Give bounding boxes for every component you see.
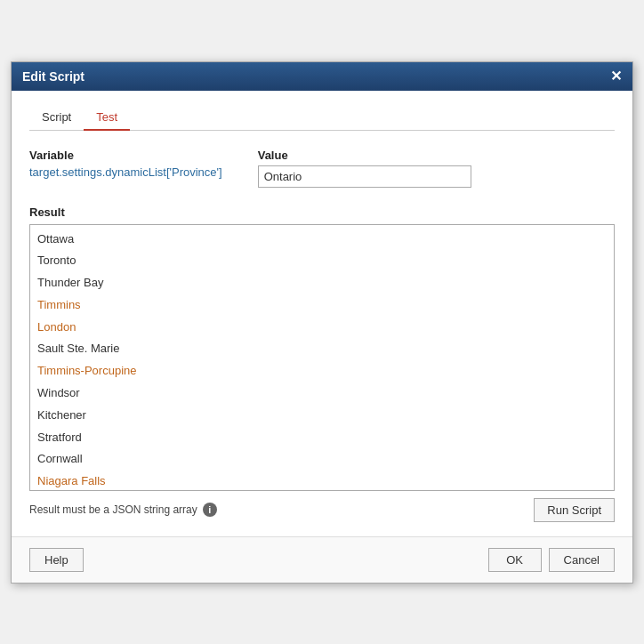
dialog-body: Script Test Variable target.settings.dyn… bbox=[12, 91, 632, 536]
list-item: London bbox=[30, 317, 614, 339]
value-input[interactable] bbox=[258, 165, 471, 188]
dialog-titlebar: Edit Script ✕ bbox=[12, 62, 632, 91]
list-item: Toronto bbox=[30, 250, 614, 272]
tabs: Script Test bbox=[29, 105, 615, 131]
list-item: Kitchener bbox=[30, 405, 614, 427]
list-item: Ottawa bbox=[30, 229, 614, 251]
run-script-button[interactable]: Run Script bbox=[534, 498, 615, 522]
help-button[interactable]: Help bbox=[29, 548, 84, 572]
dialog-footer: Help OK Cancel bbox=[12, 536, 632, 583]
info-icon[interactable]: i bbox=[203, 503, 217, 517]
variable-label: Variable bbox=[29, 149, 222, 162]
result-footer: Result must be a JSON string array i Run… bbox=[29, 498, 615, 522]
list-item: Stratford bbox=[30, 427, 614, 449]
dialog-title: Edit Script bbox=[22, 69, 85, 84]
list-item: Cornwall bbox=[30, 448, 614, 471]
ok-button[interactable]: OK bbox=[488, 548, 542, 572]
list-item: Windsor bbox=[30, 382, 614, 405]
close-button[interactable]: ✕ bbox=[610, 69, 622, 84]
value-section: Value bbox=[258, 149, 615, 188]
result-section: Result OttawaTorontoThunder BayTimminsLo… bbox=[29, 205, 615, 522]
edit-script-dialog: Edit Script ✕ Script Test Variable targe… bbox=[11, 61, 633, 584]
result-label: Result bbox=[29, 205, 615, 219]
list-item: Timmins bbox=[30, 294, 614, 317]
list-item: Sault Ste. Marie bbox=[30, 338, 614, 360]
tab-script[interactable]: Script bbox=[29, 105, 84, 131]
list-item: Timmins-Porcupine bbox=[30, 360, 614, 382]
variable-field: Variable target.settings.dynamicList['Pr… bbox=[29, 149, 222, 179]
list-item: Niagara Falls bbox=[30, 471, 614, 490]
cancel-button[interactable]: Cancel bbox=[549, 548, 615, 572]
list-item: Thunder Bay bbox=[30, 272, 614, 294]
footer-right: OK Cancel bbox=[488, 548, 615, 572]
result-note: Result must be a JSON string array i bbox=[29, 503, 217, 517]
tab-test[interactable]: Test bbox=[84, 105, 130, 131]
variable-value: target.settings.dynamicList['Province'] bbox=[29, 165, 222, 179]
value-label: Value bbox=[258, 149, 615, 162]
form-section: Variable target.settings.dynamicList['Pr… bbox=[29, 149, 615, 188]
footer-left: Help bbox=[29, 548, 84, 572]
result-list[interactable]: OttawaTorontoThunder BayTimminsLondonSau… bbox=[29, 224, 615, 491]
